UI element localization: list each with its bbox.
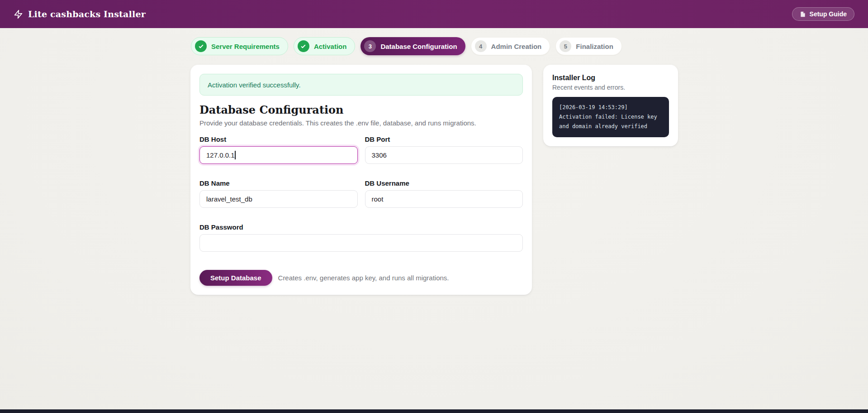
installer-log-subtitle: Recent events and errors.	[552, 84, 669, 91]
db-port-label: DB Port	[365, 135, 523, 143]
install-stepper: Server Requirements Activation 3 Databas…	[191, 37, 868, 55]
step-database-configuration[interactable]: 3 Database Configuration	[360, 37, 465, 55]
step-admin-creation[interactable]: 4 Admin Creation	[471, 37, 550, 55]
zap-icon	[14, 10, 23, 19]
db-name-input[interactable]	[199, 190, 358, 208]
check-icon	[298, 40, 309, 52]
text-cursor	[235, 151, 236, 159]
db-username-label: DB Username	[365, 179, 523, 187]
step-number: 5	[560, 40, 571, 52]
page-title: Database Configuration	[199, 103, 523, 116]
brand: Lite cashbacks Installer	[14, 9, 146, 19]
database-configuration-card: Activation verified successfully. Databa…	[190, 65, 532, 295]
step-label: Database Configuration	[380, 43, 457, 50]
step-number: 4	[475, 40, 487, 52]
database-form: DB Host DB Port DB Name DB Username	[199, 135, 523, 252]
app-title: Lite cashbacks Installer	[28, 9, 146, 19]
success-alert: Activation verified successfully.	[199, 74, 523, 96]
setup-database-help-text: Creates .env, generates app key, and run…	[278, 274, 449, 282]
db-name-label: DB Name	[199, 179, 358, 187]
setup-database-button[interactable]: Setup Database	[199, 270, 272, 286]
db-username-input[interactable]	[365, 190, 523, 208]
db-host-label: DB Host	[199, 135, 358, 143]
bottom-bar	[0, 409, 868, 413]
db-port-input[interactable]	[365, 146, 523, 164]
step-server-requirements[interactable]: Server Requirements	[191, 37, 288, 55]
step-finalization[interactable]: 5 Finalization	[555, 37, 622, 55]
step-label: Finalization	[576, 43, 613, 50]
field-db-host: DB Host	[199, 135, 358, 164]
step-label: Admin Creation	[491, 43, 542, 50]
step-number: 3	[364, 40, 376, 52]
step-label: Server Requirements	[211, 43, 280, 50]
installer-log-title: Installer Log	[552, 74, 669, 82]
step-label: Activation	[314, 43, 347, 50]
step-activation[interactable]: Activation	[294, 37, 356, 55]
setup-guide-button[interactable]: Setup Guide	[792, 7, 854, 21]
field-db-name: DB Name	[199, 179, 358, 208]
setup-guide-label: Setup Guide	[810, 10, 847, 18]
db-password-label: DB Password	[199, 223, 523, 231]
page-subtitle: Provide your database credentials. This …	[199, 119, 523, 127]
field-db-port: DB Port	[365, 135, 523, 164]
success-alert-text: Activation verified successfully.	[208, 81, 301, 89]
check-icon	[195, 40, 207, 52]
app-header: Lite cashbacks Installer Setup Guide	[0, 0, 868, 28]
field-db-password: DB Password	[199, 223, 523, 252]
field-db-username: DB Username	[365, 179, 523, 208]
log-output: [2026-03-19 14:53:29] Activation failed:…	[552, 97, 669, 137]
db-password-input[interactable]	[199, 234, 523, 252]
db-host-input[interactable]	[199, 146, 358, 164]
installer-log-card: Installer Log Recent events and errors. …	[543, 65, 678, 146]
document-icon	[800, 11, 806, 18]
